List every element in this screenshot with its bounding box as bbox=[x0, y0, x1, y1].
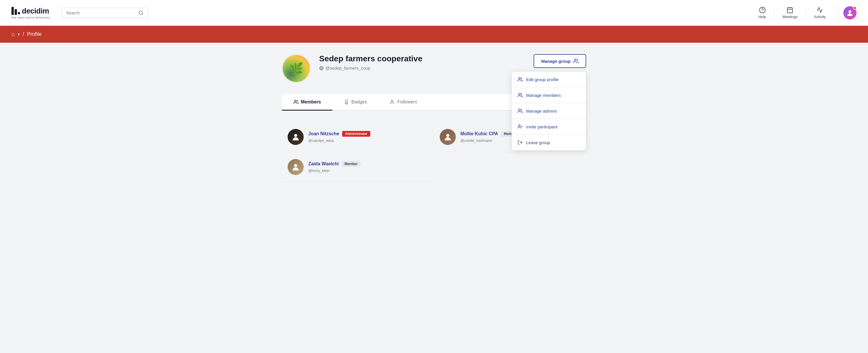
svg-point-14 bbox=[518, 125, 520, 126]
profile-handle-text: @sedep_farmers_coop bbox=[326, 66, 370, 70]
logo-tagline: free open-source democracy bbox=[11, 16, 50, 19]
member-handle: @ivory_klein bbox=[308, 169, 330, 173]
member-name[interactable]: Joan Nitzsche bbox=[308, 131, 339, 136]
dropdown-leave-group[interactable]: Leave group bbox=[512, 135, 586, 150]
svg-point-22 bbox=[446, 134, 450, 137]
member-handle: @carolyn_wiza bbox=[308, 138, 334, 143]
member-avatar bbox=[440, 129, 456, 145]
activity-label: Activity bbox=[814, 14, 826, 19]
member-avatar bbox=[288, 159, 304, 175]
member-name[interactable]: Zaida Waelchi bbox=[308, 161, 339, 167]
manage-admins-label: Manage admins bbox=[526, 109, 557, 113]
avatar-icon bbox=[291, 163, 300, 172]
group-avatar-image: 🌿 bbox=[283, 55, 310, 82]
invite-participant-label: Invite participant bbox=[526, 125, 557, 129]
help-label: Help bbox=[758, 14, 766, 19]
manage-admins-icon bbox=[518, 108, 523, 113]
nav-help[interactable]: Help bbox=[750, 7, 774, 19]
svg-point-23 bbox=[294, 164, 298, 167]
main-header: decidim free open-source democracy Help … bbox=[0, 0, 868, 26]
nav-meetings[interactable]: Meetings bbox=[774, 7, 806, 19]
meetings-label: Meetings bbox=[782, 14, 798, 19]
breadcrumb: ⌂ ▾ / Profile bbox=[0, 26, 868, 43]
notification-badge bbox=[853, 6, 857, 10]
svg-point-13 bbox=[519, 109, 520, 111]
avatar-icon bbox=[291, 132, 300, 142]
nav-bar: Help Meetings Activity bbox=[750, 7, 834, 19]
main-content: 🌿 Sedep farmers cooperative @sedep_farme… bbox=[276, 43, 592, 194]
svg-point-7 bbox=[848, 10, 851, 12]
manage-group-icon bbox=[573, 58, 579, 64]
member-info: Zaida Waelchi Member @ivory_klein bbox=[308, 161, 428, 173]
header-divider bbox=[838, 6, 839, 20]
meetings-icon bbox=[786, 7, 794, 13]
user-avatar-area[interactable] bbox=[843, 6, 857, 20]
dropdown-manage-members[interactable]: Manage members bbox=[512, 87, 586, 103]
manage-members-label: Manage members bbox=[526, 93, 561, 98]
group-avatar: 🌿 bbox=[282, 54, 311, 83]
dropdown-manage-admins[interactable]: Manage admins bbox=[512, 103, 586, 119]
member-avatar bbox=[288, 129, 304, 145]
member-info: Joan Nitzsche Administrator @carolyn_wiz… bbox=[308, 131, 428, 143]
table-row: Zaida Waelchi Member @ivory_klein bbox=[282, 152, 434, 182]
svg-point-19 bbox=[345, 100, 348, 103]
search-input[interactable] bbox=[66, 10, 136, 15]
svg-point-18 bbox=[294, 100, 296, 102]
tab-badges[interactable]: Badges bbox=[332, 94, 378, 111]
logo-icon bbox=[11, 7, 20, 15]
profile-section: 🌿 Sedep farmers cooperative @sedep_farme… bbox=[282, 54, 586, 83]
followers-tab-label: Followers bbox=[398, 99, 417, 105]
handle-location-icon bbox=[319, 66, 324, 70]
leave-group-label: Leave group bbox=[526, 140, 550, 145]
svg-point-1 bbox=[760, 7, 765, 13]
svg-point-10 bbox=[574, 59, 576, 61]
breadcrumb-dropdown-icon[interactable]: ▾ bbox=[18, 32, 20, 36]
table-row: Joan Nitzsche Administrator @carolyn_wiz… bbox=[282, 122, 434, 152]
breadcrumb-current-page: Profile bbox=[27, 31, 42, 37]
svg-point-12 bbox=[519, 93, 520, 95]
manage-group-button[interactable]: Manage group bbox=[534, 54, 586, 68]
activity-icon bbox=[816, 7, 823, 13]
help-circle-icon bbox=[759, 7, 766, 13]
member-badge: Administrator bbox=[342, 131, 371, 137]
badges-tab-label: Badges bbox=[351, 99, 367, 105]
search-icon bbox=[138, 10, 144, 15]
svg-point-11 bbox=[519, 77, 520, 79]
edit-profile-label: Edit group profile bbox=[526, 77, 559, 82]
nav-activity[interactable]: Activity bbox=[806, 7, 834, 19]
followers-tab-icon bbox=[390, 99, 395, 105]
logo-name: decidim bbox=[22, 7, 49, 15]
svg-rect-3 bbox=[787, 8, 793, 13]
svg-point-20 bbox=[391, 100, 393, 102]
badges-tab-icon bbox=[344, 99, 349, 105]
member-name[interactable]: Mollie Kuhic CPA bbox=[460, 131, 498, 136]
edit-profile-icon bbox=[518, 77, 523, 82]
logo[interactable]: decidim free open-source democracy bbox=[11, 7, 50, 19]
dropdown-edit-profile[interactable]: Edit group profile bbox=[512, 72, 586, 87]
member-name-row: Zaida Waelchi Member bbox=[308, 161, 428, 167]
dropdown-invite-participant[interactable]: Invite participant bbox=[512, 119, 586, 135]
search-bar[interactable] bbox=[62, 8, 148, 18]
members-tab-label: Members bbox=[301, 99, 321, 105]
manage-members-icon bbox=[518, 93, 523, 98]
tab-followers[interactable]: Followers bbox=[379, 94, 429, 111]
breadcrumb-home-icon[interactable]: ⌂ bbox=[11, 31, 15, 38]
manage-group-label: Manage group bbox=[541, 59, 570, 64]
svg-point-0 bbox=[139, 11, 143, 14]
svg-point-21 bbox=[294, 134, 298, 137]
tab-members[interactable]: Members bbox=[282, 94, 332, 111]
avatar-icon bbox=[846, 9, 854, 17]
member-badge: Member bbox=[342, 161, 361, 167]
avatar-icon bbox=[443, 132, 453, 142]
leave-icon bbox=[518, 140, 523, 145]
member-handle: @cordie_hartmann bbox=[460, 138, 492, 143]
invite-icon bbox=[518, 124, 523, 129]
member-name-row: Joan Nitzsche Administrator bbox=[308, 131, 428, 137]
manage-group-dropdown: Edit group profile Manage members Manage… bbox=[512, 71, 586, 150]
breadcrumb-separator: / bbox=[23, 31, 24, 37]
members-tab-icon bbox=[293, 99, 299, 105]
